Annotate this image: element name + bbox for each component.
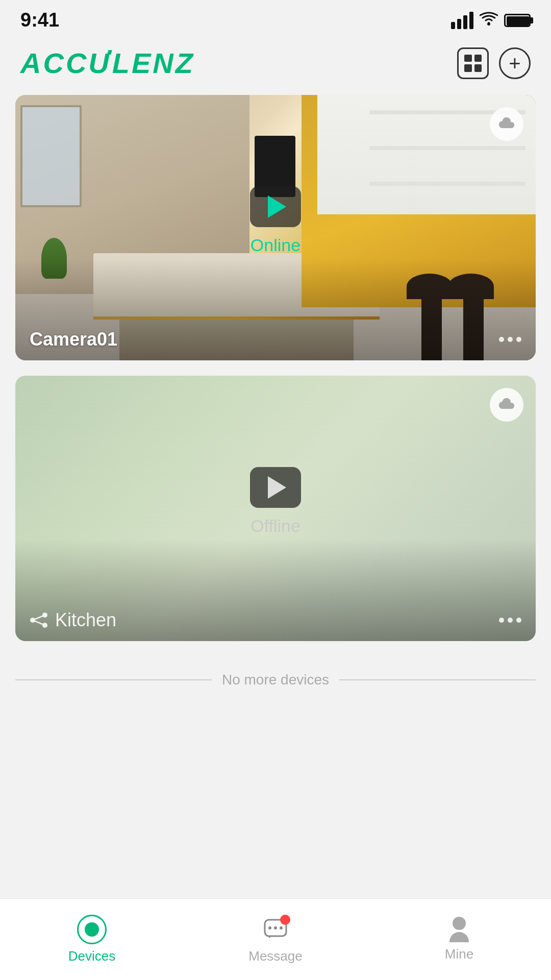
share-icon bbox=[30, 611, 48, 629]
play-icon bbox=[268, 195, 286, 218]
kitchen-name: Kitchen bbox=[30, 609, 116, 631]
camera-card-online[interactable]: Online Camera01 bbox=[15, 95, 536, 360]
devices-icon bbox=[77, 915, 107, 944]
play-button-online[interactable] bbox=[250, 186, 301, 227]
svg-point-7 bbox=[268, 926, 271, 929]
profile-avatar-head bbox=[453, 917, 466, 930]
bottom-navigation: Devices Message Mine bbox=[0, 898, 551, 980]
status-icons bbox=[451, 10, 531, 30]
camera-card-footer-online: Camera01 bbox=[15, 318, 536, 360]
signal-icon bbox=[451, 12, 473, 29]
plus-icon: + bbox=[509, 53, 520, 74]
camera-name: Camera01 bbox=[30, 329, 117, 350]
divider-right bbox=[339, 679, 536, 680]
message-nav-label: Message bbox=[248, 948, 303, 964]
status-bar: 9:41 bbox=[0, 0, 551, 36]
svg-line-5 bbox=[33, 620, 45, 625]
cloud-icon bbox=[497, 117, 516, 131]
nav-item-devices[interactable]: Devices bbox=[0, 915, 184, 964]
status-time: 9:41 bbox=[20, 9, 59, 31]
no-more-devices: No more devices bbox=[15, 656, 536, 708]
kitchen-camera-name: Kitchen bbox=[55, 609, 116, 631]
svg-point-0 bbox=[487, 22, 490, 26]
svg-line-4 bbox=[33, 615, 45, 620]
cloud-storage-button[interactable] bbox=[490, 107, 523, 141]
grid-icon bbox=[464, 55, 482, 72]
cloud-storage-button-offline[interactable] bbox=[490, 388, 523, 422]
grid-view-button[interactable] bbox=[457, 47, 489, 79]
battery-icon bbox=[504, 14, 531, 27]
divider-left bbox=[15, 679, 212, 680]
profile-icon-wrapper bbox=[446, 917, 472, 942]
app-logo: ACCU̇LENZ bbox=[20, 46, 195, 80]
play-button-wrapper-offline: Offline bbox=[250, 467, 301, 536]
no-more-text: No more devices bbox=[222, 672, 329, 688]
nav-item-mine[interactable]: Mine bbox=[367, 917, 551, 962]
play-button-offline[interactable] bbox=[250, 467, 301, 508]
svg-point-9 bbox=[280, 926, 283, 929]
wifi-icon bbox=[480, 10, 498, 30]
more-options-button-offline[interactable] bbox=[499, 618, 521, 623]
camera-card-offline[interactable]: Offline Kitchen bbox=[15, 376, 536, 641]
online-status-label: Online bbox=[251, 235, 300, 255]
mine-nav-label: Mine bbox=[445, 946, 473, 962]
message-icon-wrapper bbox=[261, 915, 290, 944]
main-content: Online Camera01 bbox=[0, 95, 551, 708]
nav-item-message[interactable]: Message bbox=[184, 915, 367, 964]
devices-nav-label: Devices bbox=[68, 948, 115, 964]
more-options-button[interactable] bbox=[499, 337, 521, 342]
svg-point-8 bbox=[274, 926, 277, 929]
play-icon-offline bbox=[268, 476, 286, 499]
cloud-icon-offline bbox=[497, 398, 516, 412]
profile-avatar-body bbox=[449, 932, 469, 942]
camera-card-footer-offline: Kitchen bbox=[15, 599, 536, 641]
app-header: ACCU̇LENZ + bbox=[0, 36, 551, 95]
add-device-button[interactable]: + bbox=[499, 47, 531, 79]
offline-status-label: Offline bbox=[251, 516, 300, 536]
play-button-wrapper: Online bbox=[250, 186, 301, 255]
message-badge bbox=[280, 915, 290, 925]
header-actions: + bbox=[457, 47, 531, 79]
